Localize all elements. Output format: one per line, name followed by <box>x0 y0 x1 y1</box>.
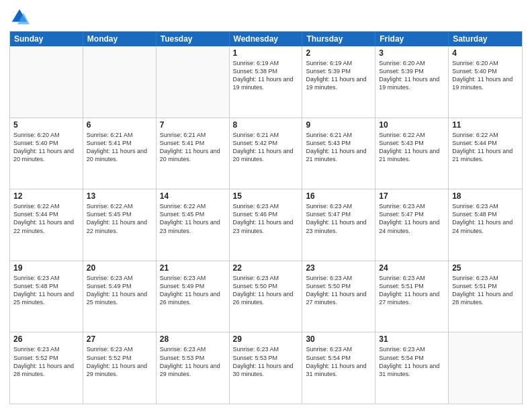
calendar-cell: 9Sunrise: 6:21 AMSunset: 5:43 PMDaylight… <box>302 118 375 189</box>
weekday-header: Monday <box>83 32 157 46</box>
day-number: 9 <box>306 120 371 130</box>
day-info: Sunrise: 6:19 AMSunset: 5:38 PMDaylight:… <box>233 59 299 92</box>
day-info: Sunrise: 6:22 AMSunset: 5:45 PMDaylight:… <box>87 202 152 235</box>
calendar-row: 12Sunrise: 6:22 AMSunset: 5:44 PMDayligh… <box>10 189 522 261</box>
day-info: Sunrise: 6:22 AMSunset: 5:43 PMDaylight:… <box>379 131 445 164</box>
calendar-cell: 6Sunrise: 6:21 AMSunset: 5:41 PMDaylight… <box>83 118 157 189</box>
day-info: Sunrise: 6:21 AMSunset: 5:42 PMDaylight:… <box>233 131 299 164</box>
day-number: 17 <box>379 191 445 201</box>
calendar-header: SundayMondayTuesdayWednesdayThursdayFrid… <box>10 32 522 46</box>
day-info: Sunrise: 6:23 AMSunset: 5:50 PMDaylight:… <box>306 274 371 307</box>
day-info: Sunrise: 6:23 AMSunset: 5:48 PMDaylight:… <box>452 202 519 235</box>
day-info: Sunrise: 6:23 AMSunset: 5:52 PMDaylight:… <box>87 345 152 378</box>
day-info: Sunrise: 6:21 AMSunset: 5:41 PMDaylight:… <box>87 131 152 164</box>
day-info: Sunrise: 6:23 AMSunset: 5:54 PMDaylight:… <box>306 345 371 378</box>
day-number: 27 <box>87 334 152 344</box>
calendar-cell: 18Sunrise: 6:23 AMSunset: 5:48 PMDayligh… <box>449 189 522 261</box>
day-info: Sunrise: 6:21 AMSunset: 5:43 PMDaylight:… <box>306 131 371 164</box>
day-info: Sunrise: 6:23 AMSunset: 5:49 PMDaylight:… <box>87 274 152 307</box>
calendar-cell: 24Sunrise: 6:23 AMSunset: 5:51 PMDayligh… <box>375 261 449 332</box>
day-number: 12 <box>13 191 79 201</box>
calendar-cell: 3Sunrise: 6:20 AMSunset: 5:39 PMDaylight… <box>375 46 449 118</box>
weekday-header: Sunday <box>10 32 83 46</box>
calendar-cell: 25Sunrise: 6:23 AMSunset: 5:51 PMDayligh… <box>449 261 522 332</box>
day-info: Sunrise: 6:23 AMSunset: 5:47 PMDaylight:… <box>379 202 445 235</box>
day-number: 2 <box>306 48 371 58</box>
calendar-cell: 22Sunrise: 6:23 AMSunset: 5:50 PMDayligh… <box>230 261 303 332</box>
weekday-header: Saturday <box>449 32 522 46</box>
calendar-cell: 26Sunrise: 6:23 AMSunset: 5:52 PMDayligh… <box>10 332 83 404</box>
page: SundayMondayTuesdayWednesdayThursdayFrid… <box>0 0 532 411</box>
day-number: 25 <box>452 263 519 273</box>
calendar-cell: 27Sunrise: 6:23 AMSunset: 5:52 PMDayligh… <box>83 332 157 404</box>
calendar-cell: 17Sunrise: 6:23 AMSunset: 5:47 PMDayligh… <box>375 189 449 261</box>
day-number: 6 <box>87 120 152 130</box>
logo-icon <box>9 7 30 27</box>
day-number: 13 <box>87 191 152 201</box>
calendar-cell: 2Sunrise: 6:19 AMSunset: 5:39 PMDaylight… <box>302 46 375 118</box>
calendar-cell: 20Sunrise: 6:23 AMSunset: 5:49 PMDayligh… <box>83 261 157 332</box>
day-info: Sunrise: 6:23 AMSunset: 5:51 PMDaylight:… <box>379 274 445 307</box>
day-info: Sunrise: 6:21 AMSunset: 5:41 PMDaylight:… <box>160 131 226 164</box>
day-number: 30 <box>306 334 371 344</box>
day-info: Sunrise: 6:22 AMSunset: 5:44 PMDaylight:… <box>13 202 79 235</box>
day-info: Sunrise: 6:23 AMSunset: 5:51 PMDaylight:… <box>452 274 519 307</box>
calendar-cell: 10Sunrise: 6:22 AMSunset: 5:43 PMDayligh… <box>375 118 449 189</box>
calendar-cell: 7Sunrise: 6:21 AMSunset: 5:41 PMDaylight… <box>157 118 230 189</box>
day-info: Sunrise: 6:19 AMSunset: 5:39 PMDaylight:… <box>306 59 371 92</box>
calendar-cell: 30Sunrise: 6:23 AMSunset: 5:54 PMDayligh… <box>302 332 375 404</box>
day-number: 3 <box>379 48 445 58</box>
day-info: Sunrise: 6:23 AMSunset: 5:48 PMDaylight:… <box>13 274 79 307</box>
day-info: Sunrise: 6:20 AMSunset: 5:40 PMDaylight:… <box>452 59 519 92</box>
day-number: 7 <box>160 120 226 130</box>
day-info: Sunrise: 6:22 AMSunset: 5:44 PMDaylight:… <box>452 131 519 164</box>
day-number: 22 <box>233 263 299 273</box>
day-info: Sunrise: 6:23 AMSunset: 5:50 PMDaylight:… <box>233 274 299 307</box>
day-info: Sunrise: 6:23 AMSunset: 5:54 PMDaylight:… <box>379 345 445 378</box>
logo <box>9 7 31 27</box>
day-number: 4 <box>452 48 519 58</box>
calendar-row: 5Sunrise: 6:20 AMSunset: 5:40 PMDaylight… <box>10 118 522 189</box>
day-number: 20 <box>87 263 152 273</box>
calendar-cell: 11Sunrise: 6:22 AMSunset: 5:44 PMDayligh… <box>449 118 522 189</box>
day-info: Sunrise: 6:20 AMSunset: 5:40 PMDaylight:… <box>13 131 79 164</box>
calendar-cell: 21Sunrise: 6:23 AMSunset: 5:49 PMDayligh… <box>157 261 230 332</box>
day-number: 24 <box>379 263 445 273</box>
calendar-cell: 5Sunrise: 6:20 AMSunset: 5:40 PMDaylight… <box>10 118 83 189</box>
header <box>9 7 523 27</box>
day-info: Sunrise: 6:23 AMSunset: 5:53 PMDaylight:… <box>233 345 299 378</box>
weekday-header: Wednesday <box>230 32 303 46</box>
day-info: Sunrise: 6:22 AMSunset: 5:45 PMDaylight:… <box>160 202 226 235</box>
calendar-row: 1Sunrise: 6:19 AMSunset: 5:38 PMDaylight… <box>10 46 522 118</box>
calendar-cell <box>83 46 157 118</box>
calendar-cell: 15Sunrise: 6:23 AMSunset: 5:46 PMDayligh… <box>230 189 303 261</box>
day-number: 31 <box>379 334 445 344</box>
calendar-cell: 4Sunrise: 6:20 AMSunset: 5:40 PMDaylight… <box>449 46 522 118</box>
day-number: 10 <box>379 120 445 130</box>
day-number: 5 <box>13 120 79 130</box>
calendar-row: 26Sunrise: 6:23 AMSunset: 5:52 PMDayligh… <box>10 332 522 404</box>
day-info: Sunrise: 6:23 AMSunset: 5:53 PMDaylight:… <box>160 345 226 378</box>
calendar-cell: 19Sunrise: 6:23 AMSunset: 5:48 PMDayligh… <box>10 261 83 332</box>
day-info: Sunrise: 6:23 AMSunset: 5:47 PMDaylight:… <box>306 202 371 235</box>
calendar-cell <box>10 46 83 118</box>
day-info: Sunrise: 6:20 AMSunset: 5:39 PMDaylight:… <box>379 59 445 92</box>
calendar-cell: 12Sunrise: 6:22 AMSunset: 5:44 PMDayligh… <box>10 189 83 261</box>
day-number: 18 <box>452 191 519 201</box>
weekday-header: Friday <box>375 32 449 46</box>
calendar-cell: 8Sunrise: 6:21 AMSunset: 5:42 PMDaylight… <box>230 118 303 189</box>
calendar-cell <box>157 46 230 118</box>
day-info: Sunrise: 6:23 AMSunset: 5:49 PMDaylight:… <box>160 274 226 307</box>
day-number: 23 <box>306 263 371 273</box>
day-number: 11 <box>452 120 519 130</box>
day-number: 28 <box>160 334 226 344</box>
day-number: 14 <box>160 191 226 201</box>
calendar-cell: 23Sunrise: 6:23 AMSunset: 5:50 PMDayligh… <box>302 261 375 332</box>
weekday-header: Thursday <box>302 32 375 46</box>
day-number: 1 <box>233 48 299 58</box>
day-number: 29 <box>233 334 299 344</box>
calendar-body: 1Sunrise: 6:19 AMSunset: 5:38 PMDaylight… <box>10 46 522 404</box>
calendar-cell: 31Sunrise: 6:23 AMSunset: 5:54 PMDayligh… <box>375 332 449 404</box>
calendar-cell: 29Sunrise: 6:23 AMSunset: 5:53 PMDayligh… <box>230 332 303 404</box>
day-number: 15 <box>233 191 299 201</box>
